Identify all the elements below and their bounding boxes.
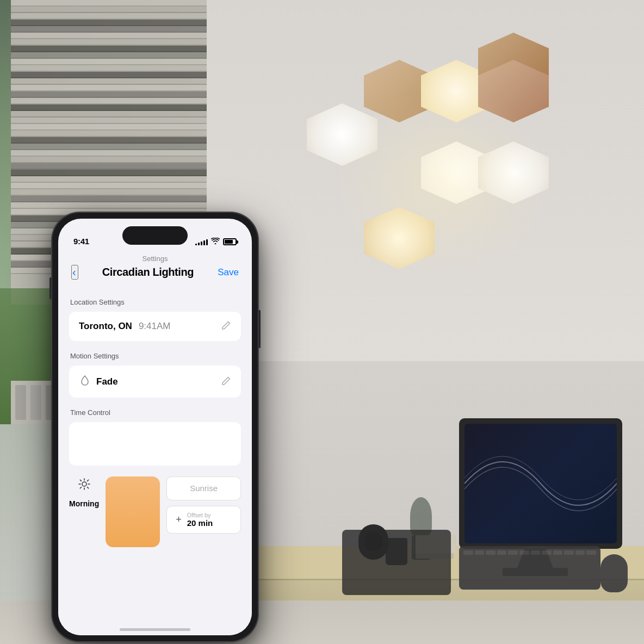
sunrise-button[interactable]: Sunrise [166, 476, 241, 500]
content-area: Location Settings Toronto, ON 9:41AM Mot… [58, 289, 252, 635]
dynamic-island [122, 226, 188, 245]
motion-value: Fade [96, 376, 118, 387]
back-button[interactable]: ‹ [71, 265, 78, 280]
drop-icon [79, 374, 91, 389]
location-time: 9:41AM [139, 321, 171, 332]
keyboard [459, 546, 600, 590]
offset-text: Offset by 20 min [187, 512, 213, 528]
plus-icon: + [176, 514, 182, 525]
time-options: Morning Sunrise + Offset [69, 476, 241, 547]
sunrise-button-label: Sunrise [190, 484, 218, 493]
signal-bar-5 [206, 239, 208, 245]
mouse-pad [342, 530, 451, 595]
save-button[interactable]: Save [218, 267, 239, 278]
home-indicator [120, 628, 190, 631]
status-icons [195, 238, 237, 246]
motion-card[interactable]: Fade [69, 366, 241, 398]
motion-edit-icon[interactable] [221, 376, 231, 388]
signal-bar-1 [195, 244, 197, 245]
location-card-left: Toronto, ON 9:41AM [79, 321, 170, 332]
time-control-section-label: Time Control [70, 408, 241, 417]
hex-panel-1 [307, 103, 377, 166]
back-chevron-icon: ‹ [72, 266, 76, 278]
wifi-icon [211, 238, 220, 246]
morning-color-block[interactable] [106, 476, 160, 547]
battery-fill [225, 240, 233, 244]
morning-label: Morning [69, 499, 99, 508]
location-city: Toronto, ON [79, 321, 132, 332]
svg-point-0 [82, 482, 86, 486]
location-edit-icon[interactable] [221, 320, 231, 332]
location-card[interactable]: Toronto, ON 9:41AM [69, 312, 241, 341]
hex-panel-8 [364, 207, 435, 269]
time-control-box [69, 422, 241, 466]
signal-bar-2 [198, 243, 200, 245]
monitor [459, 418, 622, 549]
nav-parent-label: Settings [71, 255, 239, 263]
signal-icon [195, 239, 208, 245]
motion-section-label: Motion Settings [70, 352, 241, 360]
offset-value: 20 min [187, 518, 213, 528]
signal-bar-4 [203, 240, 205, 245]
hex-panel-7 [478, 141, 549, 204]
phone-device: 9:41 [52, 212, 258, 642]
offset-button[interactable]: + Offset by 20 min [166, 506, 241, 534]
status-time: 9:41 [73, 237, 89, 246]
signal-bar-3 [201, 242, 202, 245]
location-section-label: Location Settings [70, 298, 241, 306]
offset-prefix: Offset by [187, 512, 213, 518]
phone-screen: 9:41 [58, 219, 252, 635]
offset-btn-inner: + Offset by 20 min [176, 512, 232, 528]
sunrise-options: Sunrise + Offset by 20 min [166, 476, 241, 534]
hex-panels-group [307, 33, 590, 277]
navigation-bar: Settings ‹ Circadian Lighting Save [58, 250, 252, 286]
page-title: Circadian Lighting [102, 266, 194, 278]
phone-chassis: 9:41 [52, 212, 258, 642]
nav-title-row: ‹ Circadian Lighting Save [71, 265, 239, 280]
morning-item: Morning [69, 476, 99, 508]
morning-sun-icon [77, 476, 92, 495]
motion-card-left: Fade [79, 374, 118, 389]
battery-icon [223, 238, 237, 245]
mouse [600, 554, 628, 592]
